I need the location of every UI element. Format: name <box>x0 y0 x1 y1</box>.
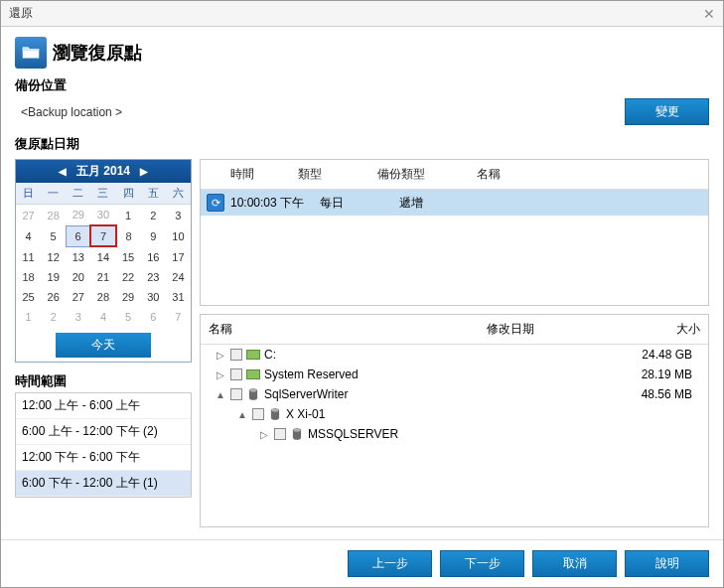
backup-location-text: <Backup location > <box>15 105 122 119</box>
help-button[interactable]: 說明 <box>625 550 709 577</box>
checkbox[interactable] <box>230 388 242 400</box>
next-button[interactable]: 下一步 <box>440 550 524 577</box>
cal-dow: 四 <box>116 183 141 205</box>
tree-node-label: X Xi-01 <box>286 407 325 421</box>
cal-day[interactable]: 30 <box>90 205 115 226</box>
cal-day[interactable]: 6 <box>66 225 90 246</box>
tree-col-date[interactable]: 修改日期 <box>479 315 598 344</box>
cal-day[interactable]: 4 <box>16 225 41 246</box>
cal-day[interactable]: 4 <box>90 307 115 327</box>
cal-day[interactable]: 15 <box>116 246 141 267</box>
cal-day[interactable]: 17 <box>166 246 191 267</box>
col-time[interactable]: 時間 <box>201 160 290 189</box>
col-name[interactable]: 名稱 <box>469 160 708 189</box>
cal-day[interactable]: 14 <box>90 246 115 267</box>
tree-node-label: MSSQLSERVER <box>308 427 398 441</box>
tree-row[interactable]: ▷C:24.48 GB <box>201 345 708 365</box>
tree-col-name[interactable]: 名稱 <box>201 315 479 344</box>
cal-day[interactable]: 21 <box>90 267 115 287</box>
cal-day[interactable]: 5 <box>41 225 66 246</box>
expand-icon[interactable]: ▷ <box>258 429 270 440</box>
cal-day[interactable]: 29 <box>66 205 90 226</box>
cal-dow: 六 <box>166 183 191 205</box>
cal-dow: 一 <box>41 183 66 205</box>
tree-row[interactable]: ▷System Reserved28.19 MB <box>201 365 708 384</box>
cal-day[interactable]: 1 <box>116 205 141 226</box>
time-range-item[interactable]: 12:00 上午 - 6:00 上午 <box>16 393 191 419</box>
prev-button[interactable]: 上一步 <box>348 550 432 577</box>
cal-day[interactable]: 30 <box>141 287 166 307</box>
cal-day[interactable]: 9 <box>141 225 166 246</box>
cal-day[interactable]: 28 <box>41 205 66 226</box>
cal-prev-icon[interactable]: ◀ <box>59 166 67 177</box>
cal-day[interactable]: 10 <box>166 225 191 246</box>
expand-icon[interactable]: ▷ <box>215 369 226 380</box>
cal-day[interactable]: 8 <box>116 225 141 246</box>
col-btype[interactable]: 備份類型 <box>369 160 469 189</box>
cal-day[interactable]: 5 <box>116 307 141 327</box>
disk-icon <box>246 350 260 360</box>
today-button[interactable]: 今天 <box>56 333 151 358</box>
cal-day[interactable]: 20 <box>66 267 90 287</box>
expand-icon[interactable]: ▲ <box>215 389 226 400</box>
cal-day[interactable]: 23 <box>141 267 166 287</box>
page-title: 瀏覽復原點 <box>53 41 142 65</box>
tree-row[interactable]: ▲SqlServerWriter48.56 MB <box>201 384 708 404</box>
cancel-button[interactable]: 取消 <box>532 550 617 577</box>
cal-day[interactable]: 19 <box>41 267 66 287</box>
cal-day[interactable]: 6 <box>141 307 166 327</box>
cal-day[interactable]: 7 <box>166 307 191 327</box>
cal-dow: 三 <box>90 183 115 205</box>
col-type[interactable]: 類型 <box>290 160 369 189</box>
cal-day[interactable]: 27 <box>66 287 90 307</box>
sql-icon <box>246 387 260 401</box>
cal-day[interactable]: 16 <box>141 246 166 267</box>
sql-icon <box>268 407 282 421</box>
cal-day[interactable]: 3 <box>166 205 191 226</box>
tree-node-size: 48.56 MB <box>594 387 702 401</box>
time-range-label: 時間範圍 <box>15 372 192 390</box>
recovery-dates-label: 復原點日期 <box>15 135 709 153</box>
cal-day[interactable]: 25 <box>16 287 41 307</box>
cal-day[interactable]: 2 <box>141 205 166 226</box>
recovery-point-row[interactable]: ⟳10:00:03 下午每日遞增 <box>201 190 708 216</box>
tree-node-label: SqlServerWriter <box>264 387 348 401</box>
cal-day[interactable]: 13 <box>66 246 90 267</box>
cell-btype: 遞增 <box>399 195 499 212</box>
tree-row[interactable]: ▷MSSQLSERVER <box>201 424 708 444</box>
cal-day[interactable]: 27 <box>16 205 41 226</box>
svg-point-1 <box>272 409 279 412</box>
time-range-item[interactable]: 6:00 上午 - 12:00 下午 (2) <box>16 419 191 445</box>
cal-dow: 五 <box>141 183 166 205</box>
checkbox[interactable] <box>252 408 264 420</box>
time-range-item[interactable]: 12:00 下午 - 6:00 下午 <box>16 445 191 471</box>
time-range-item[interactable]: 6:00 下午 - 12:00 上午 (1) <box>16 471 191 497</box>
cal-next-icon[interactable]: ▶ <box>140 166 148 177</box>
cal-day[interactable]: 18 <box>16 267 41 287</box>
cal-day[interactable]: 7 <box>90 225 115 246</box>
tree-col-size[interactable]: 大小 <box>598 315 708 344</box>
cal-day[interactable]: 29 <box>116 287 141 307</box>
tree-row[interactable]: ▲X Xi-01 <box>201 404 708 424</box>
cal-day[interactable]: 26 <box>41 287 66 307</box>
cal-day[interactable]: 2 <box>41 307 66 327</box>
tree-node-label: System Reserved <box>264 368 359 381</box>
close-icon[interactable]: ✕ <box>703 6 715 22</box>
cal-month-label: 五月 2014 <box>76 163 130 180</box>
checkbox[interactable] <box>230 368 242 380</box>
cal-day[interactable]: 31 <box>166 287 191 307</box>
recovery-points-grid: 時間 類型 備份類型 名稱 ⟳10:00:03 下午每日遞增 <box>200 159 709 306</box>
cal-day[interactable]: 1 <box>16 307 41 327</box>
checkbox[interactable] <box>230 349 242 361</box>
cal-day[interactable]: 3 <box>66 307 90 327</box>
expand-icon[interactable]: ▷ <box>215 350 226 361</box>
checkbox[interactable] <box>274 428 286 440</box>
change-button[interactable]: 變更 <box>625 98 709 125</box>
sql-icon <box>290 427 304 441</box>
cal-day[interactable]: 22 <box>116 267 141 287</box>
expand-icon[interactable]: ▲ <box>236 409 248 420</box>
cal-day[interactable]: 11 <box>16 246 41 267</box>
cal-day[interactable]: 24 <box>166 267 191 287</box>
cal-day[interactable]: 28 <box>90 287 115 307</box>
cal-day[interactable]: 12 <box>41 246 66 267</box>
